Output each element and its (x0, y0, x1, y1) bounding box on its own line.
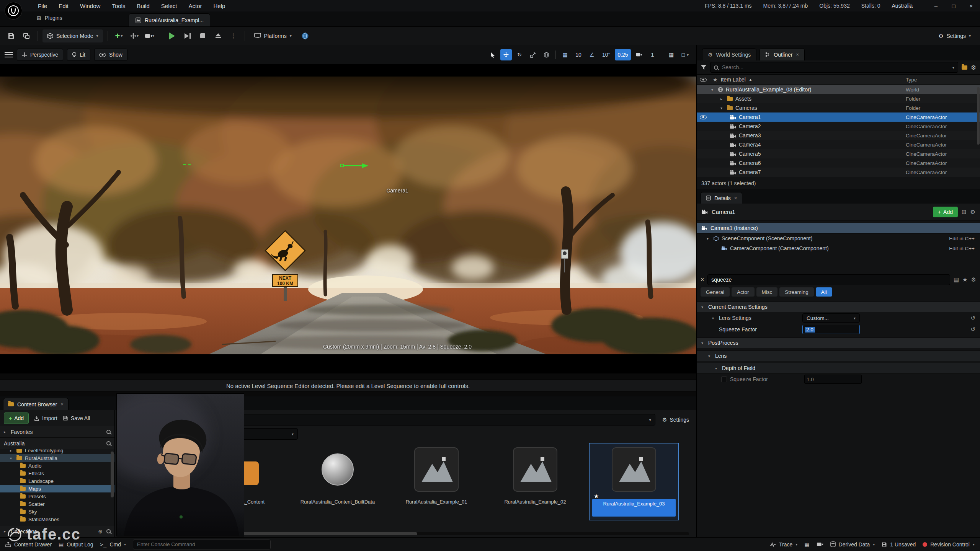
squeeze-factor-input[interactable]: 2.0 (802, 325, 860, 334)
tree-item-staticmeshes[interactable]: StaticMeshes (0, 515, 114, 523)
level-viewport[interactable]: Perspective Lit Show (0, 45, 696, 373)
transform-tools-dropdown[interactable]: ▾ (128, 29, 141, 42)
world-settings-tab[interactable]: ⚙ World Settings (702, 48, 756, 60)
viewport-layout-icon[interactable]: ▦ (666, 49, 677, 60)
details-search-value[interactable]: squeeze (711, 277, 732, 283)
cmd-dropdown[interactable]: >_ Cmd ▾ (100, 541, 126, 548)
asset-grid-scrollbar[interactable] (195, 532, 689, 535)
tree-item-sky[interactable]: Sky (0, 508, 114, 515)
level-tab[interactable]: RuralAustralia_Exampl... (129, 13, 210, 26)
maximize-viewport-icon[interactable]: □▾ (679, 49, 692, 60)
expand-chevron-icon[interactable]: ▾ (712, 316, 716, 320)
asset-tile-builtdata[interactable]: RuralAustralia_Content_BuiltData (294, 444, 382, 509)
details-options-gear-icon[interactable]: ⚙ (970, 209, 975, 215)
asset-tile-example02[interactable]: RuralAustralia_Example_02 (491, 444, 579, 509)
outliner-row-assets[interactable]: ▸Assets Folder (697, 94, 980, 103)
save-icon[interactable] (5, 29, 18, 42)
asset-tile-example03-selected[interactable]: ★ RuralAustralia_Example_03 (590, 444, 678, 520)
close-button[interactable]: × (962, 0, 980, 11)
menu-tools[interactable]: Tools (106, 0, 131, 11)
clear-search-icon[interactable]: × (701, 276, 704, 283)
outliner-row-camera3[interactable]: Camera3 CineCameraActor (697, 131, 980, 140)
visibility-column-eye-icon[interactable] (700, 78, 707, 82)
details-tab[interactable]: Details × (701, 192, 742, 204)
type-column-header[interactable]: Type (902, 77, 980, 83)
tree-scrollbar[interactable] (111, 452, 114, 497)
import-button[interactable]: Import (34, 415, 57, 421)
outliner-tab[interactable]: Outliner × (760, 48, 805, 60)
tree-item-audio[interactable]: Audio (0, 462, 114, 469)
screenshot-camera-icon[interactable] (817, 542, 823, 547)
component-row-scenecomponent[interactable]: ▾ SceneComponent (SceneComponent) Edit i… (697, 233, 980, 243)
close-icon[interactable]: × (796, 52, 799, 57)
add-content-button[interactable]: + Add (4, 412, 29, 424)
expand-chevron-icon[interactable]: ▸ (4, 430, 8, 434)
world-local-toggle-icon[interactable] (541, 49, 552, 60)
rotation-snap-icon[interactable]: ∠ (586, 49, 598, 60)
viewport-scene[interactable]: NEXT 100 KM (0, 64, 696, 373)
play-button[interactable] (166, 29, 179, 42)
asset-tile-example01[interactable]: RuralAustralia_Example_01 (392, 444, 480, 509)
add-collection-icon[interactable]: ⊕ (98, 528, 103, 535)
menu-help[interactable]: Help (208, 0, 231, 11)
content-browser-tab[interactable]: Content Browser × (3, 398, 69, 410)
expand-chevron-icon[interactable]: ▾ (707, 236, 710, 241)
lens-settings-dropdown[interactable]: Custom... ▾ (802, 313, 860, 323)
editor-modes-icon[interactable] (20, 29, 33, 42)
blueprint-icon[interactable]: ⊞ (962, 209, 967, 215)
unsaved-button[interactable]: 1 Unsaved (882, 541, 916, 548)
outliner-row-camera7[interactable]: Camera7 CineCameraActor (697, 168, 980, 177)
derived-data-dropdown[interactable]: Derived Data ▾ (830, 541, 875, 548)
outliner-row-camera6[interactable]: Camera6 CineCameraActor (697, 158, 980, 168)
selection-mode-dropdown[interactable]: Selection Mode ▾ (42, 29, 103, 42)
outliner-row-camera2[interactable]: Camera2 CineCameraActor (697, 122, 980, 131)
camera-speed-icon[interactable] (633, 49, 645, 60)
reset-to-default-icon[interactable]: ↺ (970, 315, 980, 321)
outliner-row-world[interactable]: ▾ RuralAustralia_Example_03 (Editor) Wor… (697, 85, 980, 94)
console-command-input[interactable] (133, 540, 271, 549)
menu-actor[interactable]: Actor (183, 0, 207, 11)
expand-chevron-icon[interactable]: ▸ (720, 97, 724, 101)
open-marketplace-icon[interactable] (299, 29, 312, 42)
display-filter-icon[interactable]: ▤ (954, 276, 959, 283)
tree-item-effects[interactable]: Effects (0, 469, 114, 477)
section-lens[interactable]: ▾ Lens (697, 350, 980, 361)
expand-chevron-icon[interactable]: ▾ (711, 88, 715, 92)
tree-item-ruralaustralia[interactable]: ▾RuralAustralia (0, 454, 114, 462)
maximize-button[interactable]: □ (945, 0, 962, 11)
menu-build[interactable]: Build (131, 0, 155, 11)
dof-squeeze-factor-input[interactable]: 1.0 (804, 375, 862, 384)
outliner-row-camera5[interactable]: Camera5 CineCameraActor (697, 149, 980, 158)
close-icon[interactable]: × (734, 195, 737, 201)
add-component-button[interactable]: + Add (933, 207, 958, 217)
frame-skip-button[interactable] (181, 29, 194, 42)
unreal-engine-logo-icon[interactable] (5, 2, 22, 20)
view-mode-dropdown[interactable]: Lit (67, 49, 90, 61)
reset-to-default-icon[interactable]: ↺ (970, 326, 980, 333)
section-postprocess[interactable]: ▾ PostProcess (697, 337, 980, 348)
filter-tab-misc[interactable]: Misc (756, 287, 778, 297)
item-label-column-header[interactable]: Item Label ▲ (721, 77, 899, 83)
platforms-dropdown[interactable]: Platforms ▾ (250, 29, 296, 42)
favorite-star-icon[interactable]: ★ (594, 493, 599, 500)
menu-window[interactable]: Window (74, 0, 106, 11)
outliner-search-box[interactable]: ▾ (710, 62, 958, 73)
stop-button[interactable] (196, 29, 209, 42)
trace-dropdown[interactable]: Trace ▾ (770, 541, 797, 548)
rotation-snap-value[interactable]: 10° (599, 49, 613, 60)
filter-tab-all[interactable]: All (816, 287, 832, 297)
play-options-icon[interactable]: ⋮ (227, 29, 240, 42)
menu-file[interactable]: File (32, 0, 53, 11)
override-checkbox[interactable] (721, 377, 727, 382)
tree-item-presets[interactable]: Presets (0, 492, 114, 500)
tree-item-scatter[interactable]: Scatter (0, 500, 114, 508)
filter-tab-streaming[interactable]: Streaming (779, 287, 814, 297)
rotate-tool[interactable]: ↻ (514, 49, 525, 60)
search-icon[interactable] (106, 441, 111, 445)
search-icon[interactable] (106, 529, 111, 533)
edit-in-cpp-link[interactable]: Edit in C++ (949, 236, 980, 241)
component-row-cameracomponent[interactable]: CameraComponent (CameraComponent) Edit i… (697, 243, 980, 253)
section-depth-of-field[interactable]: ▾ Depth of Field (697, 363, 980, 373)
tree-item-maps[interactable]: Maps (0, 485, 114, 492)
expand-chevron-icon[interactable]: ▾ (720, 106, 724, 110)
